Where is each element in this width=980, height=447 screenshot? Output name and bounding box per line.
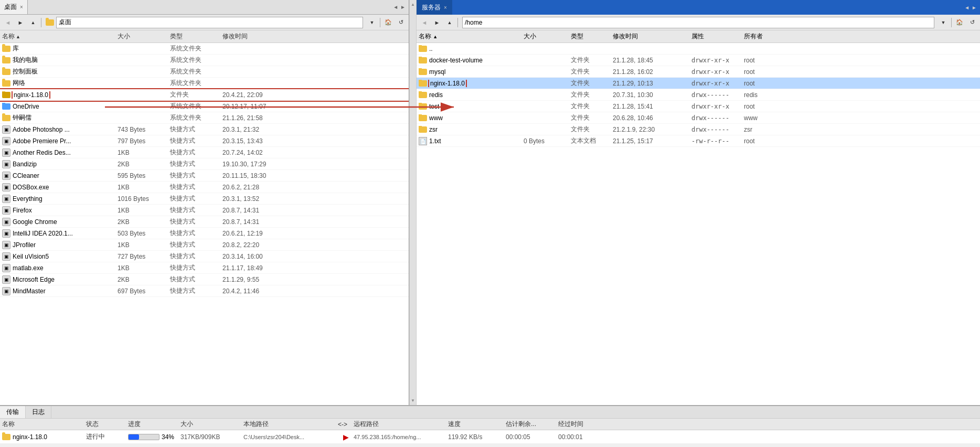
left-file-row[interactable]: ▣ JProfiler 1KB 快捷方式 20.8.2, 22:20 (0, 239, 409, 251)
folder-icon (2, 46, 10, 52)
left-file-row[interactable]: ▣ Keil uVision5 727 Bytes 快捷方式 20.3.14, … (0, 251, 409, 262)
right-file-row[interactable]: mysql 文件夹 21.1.28, 16:02 drwxr-xr-x root (417, 66, 980, 78)
header-size[interactable]: 大小 (118, 32, 170, 41)
right-path-input[interactable] (462, 17, 934, 28)
right-file-modified: 21.1.28, 16:02 (613, 68, 691, 76)
right-header-owner[interactable]: 所有者 (744, 32, 786, 41)
right-file-attr: drwxr-xr-x (691, 57, 744, 64)
right-header-attr[interactable]: 属性 (691, 32, 744, 41)
app-icon: ▣ (2, 264, 10, 272)
right-header-type[interactable]: 类型 (571, 32, 613, 41)
right-sort-icon: ▲ (433, 34, 438, 39)
left-file-row[interactable]: ▣ MindMaster 697 Bytes 快捷方式 20.4.2, 11:4… (0, 285, 409, 297)
right-file-row[interactable]: 📄 1.txt 0 Bytes 文本文档 21.1.25, 15:17 -rw-… (417, 135, 980, 147)
up-button[interactable]: ▲ (27, 17, 39, 28)
file-name: ▣ Another Redis Des... (2, 148, 118, 157)
right-header-name[interactable]: 名称 ▲ (419, 32, 524, 41)
forward-button[interactable]: ► (15, 17, 26, 28)
left-file-row[interactable]: ▣ Another Redis Des... 1KB 快捷方式 20.7.24,… (0, 147, 409, 158)
header-name[interactable]: 名称 ▲ (2, 32, 118, 41)
file-modified: 21.1.17, 18:49 (222, 264, 306, 272)
header-type[interactable]: 类型 (170, 32, 222, 41)
right-file-row[interactable]: nginx-1.18.0 文件夹 21.1.29, 10:13 drwxr-xr… (417, 78, 980, 89)
header-modified[interactable]: 修改时间 (222, 32, 306, 41)
back-button[interactable]: ◄ (2, 17, 14, 28)
left-file-row[interactable]: ▣ Adobe Photoshop ... 743 Bytes 快捷方式 20.… (0, 124, 409, 135)
left-file-row[interactable]: 钟嗣儒 系统文件夹 21.1.26, 21:58 (0, 112, 409, 124)
right-tab-server[interactable]: 服务器 × (417, 0, 452, 15)
file-type: 快捷方式 (170, 136, 222, 145)
left-tab-label: 桌面 (4, 3, 17, 12)
left-file-row[interactable]: 库 系统文件夹 (0, 43, 409, 55)
app-icon: ▣ (2, 287, 10, 295)
right-header-size[interactable]: 大小 (524, 32, 571, 41)
left-chevron-right[interactable]: ► (400, 4, 406, 10)
refresh-left-1[interactable]: 🏠 (382, 17, 394, 28)
right-file-type: 文件夹 (571, 125, 613, 134)
app-icon: ▣ (2, 229, 10, 238)
scroll-up-left[interactable]: ▲ (411, 2, 415, 7)
right-file-row[interactable]: test 文件夹 21.1.28, 15:41 drwxr-xr-x root (417, 101, 980, 112)
right-file-row[interactable]: redis 文件夹 20.7.31, 10:30 drwx------ redi… (417, 89, 980, 101)
file-modified: 20.7.24, 14:02 (222, 149, 306, 156)
right-header-modified[interactable]: 修改时间 (613, 32, 691, 41)
right-file-row[interactable]: .. (417, 43, 980, 55)
file-type: 系统文件夹 (170, 102, 222, 111)
left-chevron-left[interactable]: ◄ (393, 4, 398, 10)
file-type: 快捷方式 (170, 240, 222, 249)
right-file-row[interactable]: zsr 文件夹 21.2.1.9, 22:30 drwx------ zsr (417, 124, 980, 135)
left-file-row[interactable]: ▣ Everything 1016 Bytes 快捷方式 20.3.1, 13:… (0, 193, 409, 205)
transfer-eta: 00:00:05 (506, 433, 558, 441)
left-file-row[interactable]: ▣ IntelliJ IDEA 2020.1... 503 Bytes 快捷方式… (0, 228, 409, 239)
refresh-left-2[interactable]: ↺ (395, 17, 407, 28)
bottom-tab-transfer[interactable]: 传输 (0, 406, 26, 418)
right-home-button[interactable]: 🏠 (954, 17, 965, 28)
app-icon: ▣ (2, 172, 10, 180)
file-size: 2KB (118, 218, 170, 226)
file-name: OneDrive (2, 103, 118, 110)
right-dropdown-button[interactable]: ▼ (938, 17, 949, 28)
right-chevron-left[interactable]: ◄ (964, 5, 970, 10)
left-file-row[interactable]: ▣ matlab.exe 1KB 快捷方式 21.1.17, 18:49 (0, 262, 409, 274)
left-tab-desktop[interactable]: 桌面 × (0, 0, 28, 14)
right-file-row[interactable]: docker-test-volume 文件夹 21.1.28, 18:45 dr… (417, 55, 980, 66)
right-file-type: 文件夹 (571, 56, 613, 65)
right-back-button[interactable]: ◄ (419, 17, 430, 28)
file-size: 1KB (118, 184, 170, 191)
app-icon: ▣ (2, 275, 10, 284)
bottom-tab-log[interactable]: 日志 (26, 406, 51, 418)
right-file-row[interactable]: www 文件夹 20.6.28, 10:46 drwx------ www (417, 112, 980, 124)
left-path-input[interactable] (56, 17, 363, 28)
left-file-row[interactable]: ▣ CCleaner 595 Bytes 快捷方式 20.11.15, 18:3… (0, 170, 409, 182)
left-path-bar (46, 17, 363, 28)
left-file-row[interactable]: ▣ Firefox 1KB 快捷方式 20.8.7, 14:31 (0, 205, 409, 216)
left-file-row[interactable]: ▣ DOSBox.exe 1KB 快捷方式 20.6.2, 21:28 (0, 182, 409, 193)
dropdown-button[interactable]: ▼ (366, 17, 378, 28)
right-refresh-button[interactable]: ↺ (966, 17, 978, 28)
left-tab-close[interactable]: × (20, 4, 23, 10)
left-file-row[interactable]: ▣ Microsoft Edge 2KB 快捷方式 21.1.29, 9:55 (0, 274, 409, 285)
left-file-row[interactable]: ▣ Adobe Premiere Pr... 797 Bytes 快捷方式 20… (0, 135, 409, 147)
left-file-row[interactable]: OneDrive 系统文件夹 20.12.17, 11:07 (0, 101, 409, 112)
scroll-down-left[interactable]: ▼ (411, 398, 415, 403)
right-tab-close[interactable]: × (444, 5, 447, 10)
right-file-size: 0 Bytes (524, 137, 571, 145)
file-name: nginx-1.18.0 (2, 91, 118, 99)
left-file-row[interactable]: 网络 系统文件夹 (0, 78, 409, 89)
left-file-row[interactable]: 控制面板 系统文件夹 (0, 66, 409, 78)
left-file-row[interactable]: nginx-1.18.0 文件夹 20.4.21, 22:09 (0, 89, 409, 101)
transfer-progress: 34% (128, 433, 180, 441)
left-file-row[interactable]: ▣ Bandizip 2KB 快捷方式 19.10.30, 17:29 (0, 158, 409, 170)
right-file-owner: www (744, 114, 786, 122)
right-chevron-right[interactable]: ► (972, 5, 977, 10)
file-name: ▣ Everything (2, 195, 118, 203)
transfer-row[interactable]: nginx-1.18.0 进行中 34% 317KB/909KB C:\User… (0, 430, 980, 444)
left-tab-expand[interactable]: ◄ ► (390, 4, 409, 10)
right-forward-button[interactable]: ► (431, 17, 443, 28)
left-file-row[interactable]: 我的电脑 系统文件夹 (0, 55, 409, 66)
file-type: 文件夹 (170, 90, 222, 99)
right-file-list-header: 名称 ▲ 大小 类型 修改时间 属性 所有者 (417, 30, 980, 43)
left-file-row[interactable]: ▣ Google Chrome 2KB 快捷方式 20.8.7, 14:31 (0, 216, 409, 228)
right-up-button[interactable]: ▲ (444, 17, 455, 28)
folder-icon (419, 80, 427, 87)
